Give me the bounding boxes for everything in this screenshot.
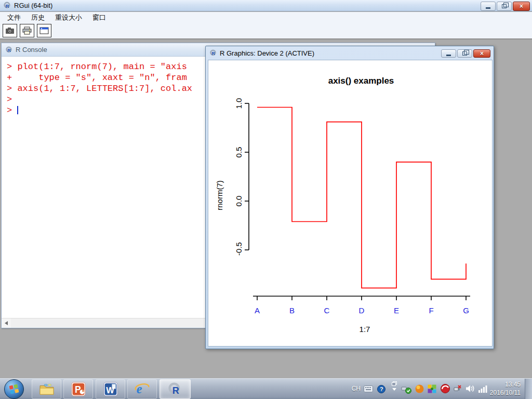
- start-button[interactable]: [4, 379, 24, 399]
- power-disconnected-icon[interactable]: [453, 384, 462, 395]
- tray-date: 2016/10/11: [490, 389, 521, 397]
- taskbar-rgui[interactable]: R: [159, 379, 191, 399]
- window-icon: [39, 27, 49, 34]
- menu-window[interactable]: 窗口: [88, 12, 110, 23]
- menubar: 文件 历史 重设大小 窗口: [0, 12, 532, 23]
- console-line: >: [7, 94, 192, 105]
- help-icon[interactable]: ?: [377, 385, 385, 393]
- console-line: > plot(1:7, rnorm(7), main = "axis: [7, 61, 192, 72]
- r-logo-icon: R: [5, 46, 12, 54]
- tray-clock[interactable]: 13:45 2016/10/11: [490, 380, 521, 397]
- restore-icon: [502, 4, 507, 8]
- x-tick-label: D: [359, 306, 365, 315]
- tray-time: 13:45: [490, 380, 521, 389]
- taskbar-powerpoint[interactable]: P: [63, 379, 93, 399]
- window-title: RGui (64-bit): [14, 2, 52, 9]
- graphics-titlebar[interactable]: R R Graphics: Device 2 (ACTIVE) ×: [206, 46, 494, 60]
- svg-text:R: R: [6, 3, 9, 9]
- r-logo-icon: R: [209, 49, 217, 57]
- minimize-icon: [486, 7, 490, 9]
- console-window-button[interactable]: [37, 24, 51, 37]
- restore-icon: [462, 51, 467, 56]
- trend-micro-icon[interactable]: [441, 384, 450, 393]
- console-title: R Console: [16, 46, 47, 54]
- plot-title: axis() examples: [328, 76, 394, 86]
- main-titlebar[interactable]: R RGui (64-bit) ×: [0, 0, 532, 11]
- step-line: [257, 108, 466, 288]
- svg-text:R: R: [7, 48, 11, 53]
- graphics-title: R Graphics: Device 2 (ACTIVE): [220, 49, 314, 57]
- chevron-down-icon: [392, 388, 396, 391]
- taskbar-windows-explorer[interactable]: [32, 379, 61, 399]
- menu-history[interactable]: 历史: [27, 12, 49, 23]
- color-grid-icon[interactable]: [428, 384, 436, 393]
- keyboard-icon[interactable]: [364, 385, 373, 392]
- console-text: > plot(1:7, rnorm(7), main = "axis+ type…: [7, 61, 192, 116]
- graphics-window[interactable]: R R Graphics: Device 2 (ACTIVE) × axis()…: [205, 46, 494, 349]
- menu-file[interactable]: 文件: [3, 12, 25, 23]
- print-button[interactable]: [20, 24, 34, 37]
- y-tick-label: -0.5: [234, 242, 243, 256]
- svg-text:R: R: [211, 51, 215, 56]
- svg-text:R: R: [172, 385, 179, 396]
- snapshot-button[interactable]: [3, 24, 17, 37]
- mdi-area: R R Console > plot(1:7, rnorm(7), main =…: [0, 39, 532, 378]
- close-icon: ×: [520, 3, 523, 10]
- graphics-close-button[interactable]: ×: [473, 49, 490, 58]
- x-tick-label: B: [289, 306, 295, 315]
- minimize-icon: [446, 55, 451, 56]
- ie-icon: e: [135, 382, 150, 396]
- plot-svg: [208, 60, 493, 347]
- folder-icon: [39, 383, 55, 395]
- scroll-left-button[interactable]: [2, 318, 11, 328]
- console-line: > axis(1, 1:7, LETTERS[1:7], col.ax: [7, 83, 192, 94]
- y-tick-label: 0.0: [234, 196, 243, 207]
- update-ball-icon[interactable]: [415, 384, 424, 393]
- camera-icon: [5, 27, 15, 34]
- show-desktop-button[interactable]: [525, 379, 532, 399]
- x-tick-label: F: [429, 306, 433, 315]
- svg-text:P: P: [75, 384, 81, 395]
- speaker-icon[interactable]: [466, 384, 475, 393]
- text-cursor: [17, 106, 18, 114]
- windows-flag-icon: [8, 383, 20, 395]
- x-tick-label: G: [463, 306, 469, 315]
- menu-resize[interactable]: 重设大小: [51, 12, 86, 23]
- y-tick-label: 0.5: [234, 147, 243, 158]
- svg-text:W: W: [106, 385, 114, 395]
- y-tick-label: 1.0: [234, 98, 243, 109]
- console-line: >: [7, 105, 192, 116]
- close-icon: ×: [480, 50, 484, 57]
- powerpoint-icon: P: [71, 382, 86, 396]
- plot-canvas: axis() examples 1.0 0.5 0.0 -0.5 rnorm(7…: [208, 60, 493, 347]
- scroll-left-icon: [5, 321, 8, 325]
- graphics-minimize-button[interactable]: [441, 49, 456, 58]
- graphics-restore-button[interactable]: [457, 49, 472, 58]
- svg-text:?: ?: [380, 386, 383, 392]
- windows-stack-icon: [392, 381, 397, 386]
- taskbar-internet-explorer[interactable]: e: [127, 379, 157, 399]
- show-hidden-icons-button[interactable]: [392, 381, 397, 391]
- console-line: + type = "s", xaxt = "n", fram: [7, 72, 192, 83]
- x-tick-label: C: [324, 306, 330, 315]
- x-tick-label: A: [255, 306, 260, 315]
- x-tick-label: E: [394, 306, 399, 315]
- taskbar: P W e R CH: [0, 378, 532, 399]
- y-axis-label: rnorm(7): [215, 180, 224, 210]
- printer-icon: [22, 26, 32, 35]
- r-logo-icon: R: [167, 382, 183, 396]
- network-signal-icon[interactable]: [478, 385, 487, 393]
- close-button[interactable]: ×: [513, 2, 530, 11]
- usb-safely-remove-icon[interactable]: [401, 384, 411, 394]
- language-indicator[interactable]: CH: [352, 385, 361, 392]
- r-logo-icon: R: [3, 2, 11, 9]
- taskbar-word[interactable]: W: [96, 379, 125, 399]
- x-axis-label: 1:7: [360, 325, 370, 334]
- toolbar: [0, 23, 532, 39]
- restore-button[interactable]: [497, 2, 512, 11]
- rgui-window: R RGui (64-bit) × 文件 历史 重设大小 窗口: [0, 0, 532, 399]
- minimize-button[interactable]: [481, 2, 496, 11]
- axes-group: [245, 103, 470, 300]
- word-icon: W: [103, 382, 118, 396]
